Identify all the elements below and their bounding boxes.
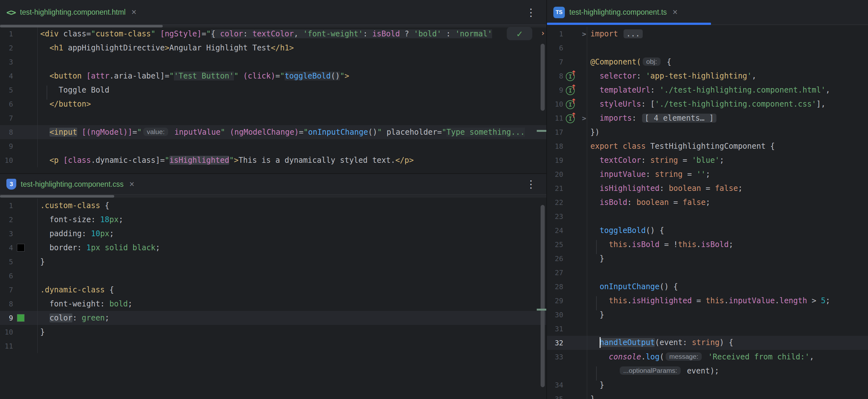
gutter[interactable]: 34 — [547, 378, 587, 392]
line-number[interactable]: 2 — [0, 216, 13, 224]
code-line-3[interactable]: 3 padding: 10px; — [0, 227, 546, 241]
line-number[interactable]: 21 — [547, 184, 563, 192]
close-tab-icon[interactable]: × — [130, 7, 136, 17]
line-number[interactable]: 5 — [0, 86, 13, 94]
line-number[interactable]: 1 — [547, 30, 563, 38]
line-number[interactable]: 25 — [547, 241, 563, 249]
inspections-widget[interactable]: ✓ — [507, 27, 532, 40]
gutter[interactable]: 25 — [547, 238, 587, 251]
gutter[interactable]: 35 — [547, 392, 587, 399]
line-number[interactable]: 8 — [0, 300, 13, 308]
code-line-2[interactable]: 2 <h1 appHighlightDirective>Angular High… — [0, 41, 546, 55]
line-number[interactable]: 19 — [547, 156, 563, 164]
html-horizontal-scrollbar[interactable] — [0, 25, 546, 27]
line-number[interactable]: 20 — [547, 171, 563, 178]
line-number[interactable]: 6 — [0, 272, 13, 280]
code-line-11[interactable]: 11 — [0, 339, 546, 353]
folded-region[interactable]: ... — [624, 29, 642, 38]
code-line-wrap[interactable]: ...optionalParams: event); — [547, 364, 868, 378]
gutter[interactable]: 7 — [547, 55, 587, 69]
fold-chevron-icon[interactable]: > — [582, 30, 586, 38]
html-editor[interactable]: 1<div class="custom-class" [ngStyle]="{ … — [0, 25, 546, 173]
code-line-8[interactable]: 8 font-weight: bold; — [0, 297, 546, 311]
line-number[interactable]: 18 — [547, 142, 563, 150]
line-number[interactable]: 1 — [0, 202, 13, 210]
gutter[interactable]: 30 — [547, 308, 587, 322]
gutter[interactable]: 24 — [547, 223, 587, 238]
scrollbar-thumb[interactable] — [0, 25, 163, 27]
code-line-5[interactable]: 5} — [0, 255, 546, 269]
line-number[interactable]: 11 — [0, 342, 13, 350]
code-line-8[interactable]: 8 <input [(ngModel)]="value: inputValue"… — [0, 125, 546, 139]
gutter[interactable]: 10I↑ — [547, 97, 587, 111]
code-line-35[interactable]: 35} — [547, 392, 868, 399]
code-line-6[interactable]: 6 — [0, 269, 546, 283]
code-line-6[interactable]: 6 </button> — [0, 97, 546, 111]
code-line-29[interactable]: 29 this.isHighlighted = this.inputValue.… — [547, 294, 868, 308]
color-preview-swatch[interactable] — [17, 314, 25, 322]
close-tab-icon[interactable]: × — [672, 7, 678, 17]
code-line-28[interactable]: 28 onInputChange() { — [547, 280, 868, 294]
code-line-6[interactable]: 6 — [547, 41, 868, 55]
gutter[interactable]: 21 — [547, 181, 587, 195]
gutter[interactable]: 8 — [0, 125, 38, 139]
gutter[interactable]: 22 — [547, 195, 587, 209]
code-line-10[interactable]: 10} — [0, 325, 546, 339]
gutter[interactable]: 6 — [0, 97, 38, 111]
code-line-4[interactable]: 4 border: 1px solid black; — [0, 241, 546, 255]
code-line-22[interactable]: 22 isBold: boolean = false; — [547, 195, 868, 209]
code-line-7[interactable]: 7 — [0, 111, 546, 125]
line-number[interactable]: 3 — [0, 230, 13, 238]
code-line-23[interactable]: 23 — [547, 209, 868, 223]
code-line-10[interactable]: 10 <p [class.dynamic-class]="isHighlight… — [0, 153, 546, 167]
implicit-usage-icon[interactable]: I↑ — [566, 113, 576, 123]
line-number[interactable]: 27 — [547, 269, 563, 277]
gutter[interactable]: 5 — [0, 83, 38, 97]
line-number[interactable]: 3 — [0, 58, 13, 66]
code-line-7[interactable]: 7@Component(obj: { — [547, 55, 868, 69]
gutter[interactable]: 28 — [547, 280, 587, 294]
css-editor[interactable]: 1.custom-class {2 font-size: 18px;3 padd… — [0, 195, 546, 398]
line-number[interactable]: 10 — [0, 156, 13, 164]
line-number[interactable]: 17 — [547, 128, 563, 136]
line-number[interactable]: 23 — [547, 213, 563, 221]
gutter[interactable]: 2 — [0, 41, 38, 55]
gutter[interactable]: 10 — [0, 325, 38, 339]
gutter[interactable]: 1> — [547, 27, 587, 41]
line-number[interactable]: 9 — [0, 314, 13, 322]
code-line-26[interactable]: 26 } — [547, 251, 868, 266]
gutter[interactable]: 6 — [0, 269, 38, 283]
gutter[interactable]: 4 — [0, 241, 38, 255]
gutter[interactable]: 5 — [0, 255, 38, 269]
line-number[interactable]: 6 — [547, 44, 563, 52]
line-number[interactable]: 35 — [547, 395, 563, 399]
code-line-10[interactable]: 10I↑ styleUrls: ['./test-highlighting.co… — [547, 97, 868, 111]
gutter[interactable]: 1 — [0, 198, 38, 213]
gutter[interactable]: 17 — [547, 125, 587, 139]
code-line-9[interactable]: 9 — [0, 139, 546, 153]
code-line-19[interactable]: 19 textColor: string = 'blue'; — [547, 153, 868, 167]
code-line-3[interactable]: 3 — [0, 55, 546, 69]
line-number[interactable]: 7 — [547, 58, 563, 66]
css-horizontal-scrollbar[interactable] — [0, 195, 546, 197]
line-number[interactable]: 2 — [0, 44, 13, 52]
code-line-1[interactable]: 1<div class="custom-class" [ngStyle]="{ … — [0, 27, 546, 41]
gutter[interactable]: 19 — [547, 153, 587, 167]
line-number[interactable]: 22 — [547, 198, 563, 207]
line-number[interactable]: 33 — [547, 353, 563, 361]
line-number[interactable]: 28 — [547, 283, 563, 291]
gutter[interactable]: 31 — [547, 322, 587, 336]
gutter[interactable]: 6 — [547, 41, 587, 55]
gutter[interactable] — [547, 364, 587, 378]
scrollbar-thumb[interactable] — [0, 195, 114, 197]
code-line-1[interactable]: 1.custom-class { — [0, 198, 546, 213]
code-line-1[interactable]: 1>import ... — [547, 27, 868, 41]
gutter[interactable]: 11I↑> — [547, 111, 587, 125]
code-line-25[interactable]: 25 this.isBold = !this.isBold; — [547, 238, 868, 251]
code-line-30[interactable]: 30 } — [547, 308, 868, 322]
line-number[interactable]: 7 — [0, 286, 13, 294]
line-number[interactable]: 7 — [0, 114, 13, 122]
code-line-4[interactable]: 4 <button [attr.aria-label]="'Test Butto… — [0, 69, 546, 83]
line-number[interactable]: 32 — [547, 339, 563, 347]
code-line-5[interactable]: 5 Toggle Bold — [0, 83, 546, 97]
